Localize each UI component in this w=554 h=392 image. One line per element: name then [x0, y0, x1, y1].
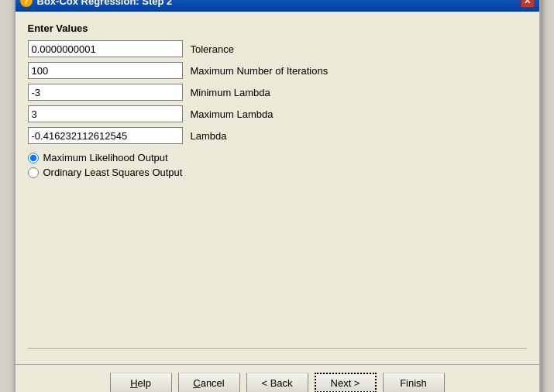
window-title: Box-Cox Regression: Step 2 [37, 0, 173, 7]
finish-button[interactable]: Finish [383, 373, 445, 392]
label-min-lambda: Minimum Lambda [191, 87, 270, 98]
label-max-iterations: Maximum Number of Iterations [191, 65, 329, 77]
label-max-lambda: Maximum Lambda [191, 108, 274, 120]
cancel-button[interactable]: Cancel [178, 373, 240, 392]
input-tolerance[interactable] [28, 40, 183, 57]
radio-label-ols: Ordinary Least Squares Output [43, 167, 183, 178]
input-max-lambda[interactable] [28, 105, 183, 122]
button-row: Help Cancel < Back Next > Finish [15, 364, 539, 392]
form-row-tolerance: Tolerance [28, 40, 527, 57]
title-bar-left: ? Box-Cox Regression: Step 2 [20, 0, 173, 7]
label-tolerance: Tolerance [191, 43, 234, 55]
radio-row-ols: Ordinary Least Squares Output [28, 167, 527, 178]
radio-max-likelihood[interactable] [28, 153, 39, 163]
form-row-min-lambda: Minimum Lambda [28, 84, 527, 101]
dialog-content: Enter Values ToleranceMaximum Number of … [15, 12, 539, 364]
section-label: Enter Values [28, 22, 527, 34]
input-min-lambda[interactable] [28, 84, 183, 101]
radio-ols[interactable] [28, 167, 39, 178]
next-button[interactable]: Next > [315, 373, 377, 392]
help-icon: ? [20, 0, 33, 7]
dialog-window: ? Box-Cox Regression: Step 2 ✕ Enter Val… [14, 0, 541, 392]
form-rows: ToleranceMaximum Number of IterationsMin… [28, 40, 527, 144]
label-lambda: Lambda [191, 130, 227, 142]
title-bar: ? Box-Cox Regression: Step 2 ✕ [15, 0, 539, 12]
help-button[interactable]: Help [110, 373, 172, 392]
divider [28, 348, 527, 349]
back-button[interactable]: < Back [246, 373, 308, 392]
radio-row-max-likelihood: Maximum Likelihood Output [28, 152, 527, 163]
content-inner: Enter Values ToleranceMaximum Number of … [28, 22, 527, 270]
form-row-max-lambda: Maximum Lambda [28, 105, 527, 122]
radio-group: Maximum Likelihood OutputOrdinary Least … [28, 152, 527, 178]
input-lambda[interactable] [28, 127, 183, 144]
input-max-iterations[interactable] [28, 62, 183, 79]
form-row-max-iterations: Maximum Number of Iterations [28, 62, 527, 79]
close-button[interactable]: ✕ [521, 0, 535, 8]
form-row-lambda: Lambda [28, 127, 527, 144]
radio-label-max-likelihood: Maximum Likelihood Output [43, 152, 168, 163]
